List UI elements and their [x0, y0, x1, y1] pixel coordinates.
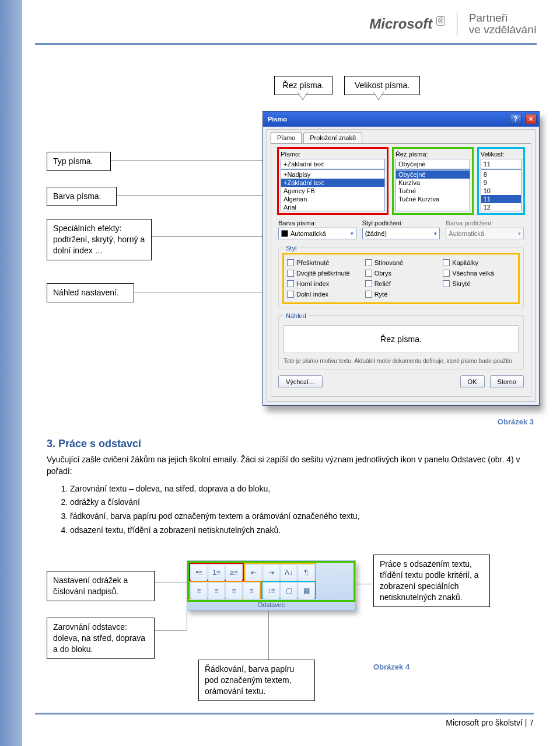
color-swatch-icon [281, 230, 288, 237]
align-center-icon[interactable]: ≡ [208, 583, 225, 599]
list-item: odrážky a číslování [70, 496, 534, 510]
checkbox-hidden[interactable]: Skryté [443, 278, 515, 289]
footer-text: Microsoft pro školství [446, 718, 522, 727]
preview-note: Toto je písmo motivu textu. Aktuální mot… [284, 358, 519, 364]
group-preview-label: Náhled [284, 312, 309, 319]
leader-line [134, 292, 270, 292]
page-number: 7 [529, 718, 534, 727]
list-item: řádkování, barva papíru pod označeným te… [70, 510, 534, 524]
section-heading: 3. Práce s odstavci [47, 438, 534, 450]
callout-line-spacing: Řádkování, barva papíru pod označeným te… [198, 660, 315, 701]
style-input[interactable] [396, 159, 470, 169]
tab-spacing[interactable]: Proložení znaků [303, 132, 362, 143]
content-area: Řez písma. Velikost písma. Typ písma. Ba… [47, 76, 534, 711]
tagline: Partneři ve vzdělávání [469, 12, 537, 36]
help-icon[interactable]: ? [510, 114, 522, 124]
figure-4-caption: Obrázek 4 [373, 663, 410, 671]
callout-special-effects: Speciálních efekty: podtržení, skrytý, h… [47, 219, 152, 260]
tab-font[interactable]: Písmo [271, 132, 302, 143]
checkbox-smallcaps[interactable]: Kapitálky [443, 257, 515, 268]
microsoft-logo: Microsoft ® [369, 16, 445, 32]
dialog-titlebar: Písmo ? × [263, 111, 539, 127]
checkbox-outline[interactable]: Obrys [365, 268, 438, 278]
callout-pointer [373, 92, 384, 100]
section-ordered-list: Zarovnání textu – doleva, na střed, dopr… [70, 482, 534, 538]
callout-bullets: Nastavení odrážek a číslování nadpisů. [47, 571, 155, 601]
close-icon[interactable]: × [525, 114, 537, 124]
sort-icon[interactable]: A↓ [281, 564, 297, 581]
select-underline-color: Automatická ▾ [446, 228, 524, 239]
leader-line [152, 236, 268, 237]
font-dialog: Písmo ? × Písmo Proložení znaků Písmo: +… [262, 111, 540, 406]
leader-line [117, 195, 266, 196]
select-underline-style[interactable]: (žádné) ▾ [362, 228, 440, 239]
leader-line [155, 583, 188, 583]
chevron-down-icon: ▾ [351, 231, 354, 236]
justify-icon[interactable]: ≡ [243, 583, 260, 599]
checkbox-superscript[interactable]: Horní index [287, 278, 359, 289]
label-font: Písmo: [281, 151, 385, 158]
callout-preview: Náhled nastavení. [47, 283, 134, 302]
checkbox-allcaps[interactable]: Všechna velká [443, 268, 515, 278]
font-preview: Řez písma. [284, 325, 519, 353]
figure-3-caption: Obrázek 3 [498, 417, 534, 426]
section-paragraph: Vyučující zašle cvičení žákům na jejich … [47, 454, 534, 477]
increase-indent-icon[interactable]: ⇥ [263, 564, 279, 581]
list-item: Zarovnání textu – doleva, na střed, dopr… [70, 482, 534, 496]
leader-line [268, 611, 269, 660]
chevron-down-icon: ▾ [434, 231, 437, 236]
font-input[interactable] [281, 159, 385, 169]
size-listbox[interactable]: 8 9 10 11 12 [481, 169, 522, 211]
select-font-color[interactable]: Automatická ▾ [278, 228, 356, 239]
group-effects-label: Styl [284, 245, 299, 252]
bullets-icon[interactable]: •≡ [191, 564, 207, 581]
left-blue-margin [0, 0, 22, 746]
leader-line [111, 160, 262, 161]
paragraph-ribbon-group: •≡ 1≡ a≡ ⇤ ⇥ A↓ ¶ ≡ ≡ ≡ [187, 560, 356, 611]
figure-4-area: Nastavení odrážek a číslování nadpisů. Z… [47, 560, 534, 712]
default-button[interactable]: Výchozí… [278, 375, 323, 388]
section-3: 3. Práce s odstavci Vyučující zašle cvič… [47, 438, 534, 538]
numbering-icon[interactable]: 1≡ [208, 564, 225, 581]
chevron-down-icon: ▾ [518, 231, 521, 236]
callout-indent-sort-show: Práce s odsazením textu, třídění textu p… [373, 555, 490, 607]
callout-alignment: Zarovnání odstavce: doleva, na střed, do… [47, 618, 155, 659]
checkbox-shadow[interactable]: Stínované [365, 257, 438, 268]
checkbox-subscript[interactable]: Dolní index [287, 289, 359, 299]
label-underline-color: Barva podtržení: [446, 219, 524, 226]
label-style: Řez písma: [396, 151, 470, 158]
shading-icon[interactable]: ▢ [281, 583, 297, 599]
callout-font-type: Typ písma. [47, 152, 111, 171]
logo-divider [457, 12, 457, 36]
callout-font-color: Barva písma. [47, 187, 117, 206]
checkbox-double-strike[interactable]: Dvojitě přeškrtnuté [287, 268, 359, 278]
size-input[interactable] [481, 159, 522, 169]
label-underline-style: Styl podtržení: [362, 219, 440, 226]
align-left-icon[interactable]: ≡ [191, 583, 207, 599]
multilevel-icon[interactable]: a≡ [226, 564, 242, 581]
align-right-icon[interactable]: ≡ [226, 583, 242, 599]
decrease-indent-icon[interactable]: ⇤ [246, 564, 262, 581]
checkbox-engrave[interactable]: Ryté [365, 289, 438, 299]
cancel-button[interactable]: Storno [490, 375, 524, 388]
leader-line [155, 630, 187, 631]
checkbox-strikethrough[interactable]: Přeškrtnuté [287, 257, 359, 268]
checkbox-emboss[interactable]: Reliéf [365, 278, 438, 289]
style-listbox[interactable]: Obyčejné Kurzíva Tučné Tučné Kurzíva [396, 169, 470, 211]
page-footer: Microsoft pro školství | 7 [35, 713, 534, 727]
label-font-color: Barva písma: [278, 219, 356, 226]
list-item: odsazení textu, třídění a zobrazení neti… [70, 524, 534, 538]
borders-icon[interactable]: ▦ [298, 583, 314, 599]
ribbon-group-title: Odstavec [187, 601, 355, 610]
dialog-title: Písmo [268, 116, 287, 123]
line-spacing-icon[interactable]: ↕≡ [263, 583, 279, 599]
font-listbox[interactable]: +Nadpisy +Základní text Agency FB Algeri… [281, 169, 385, 211]
dialog-body: Písmo Proložení znaků Písmo: +Nadpisy +Z… [267, 129, 536, 402]
page-header: Microsoft ® Partneři ve vzdělávání [35, 12, 537, 45]
ok-button[interactable]: OK [460, 375, 485, 388]
show-marks-icon[interactable]: ¶ [298, 564, 314, 581]
callout-pointer [298, 92, 308, 100]
label-size: Velikost: [481, 151, 522, 158]
